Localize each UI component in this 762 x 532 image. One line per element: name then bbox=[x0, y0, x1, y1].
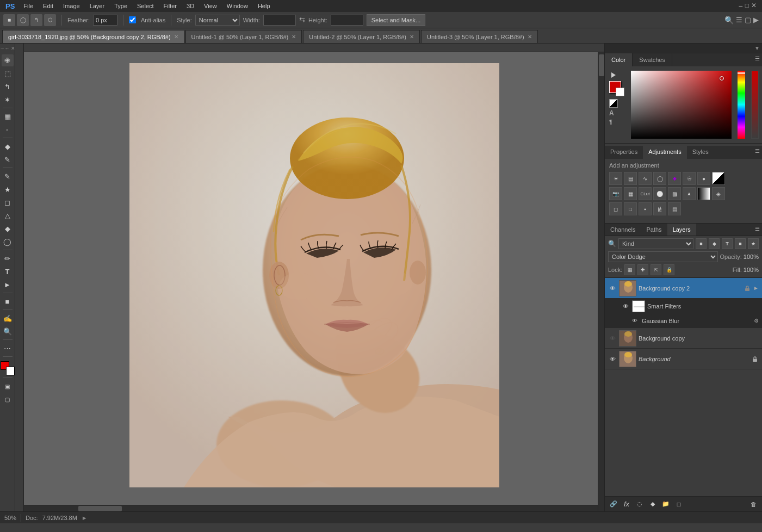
tab-untitled1[interactable]: Untitled-1 @ 50% (Layer 1, RGB/8#) ✕ bbox=[185, 30, 302, 43]
type-filter-icon[interactable]: T bbox=[722, 238, 733, 249]
marquee-tool[interactable]: ⬚ bbox=[2, 67, 14, 79]
crop-tool[interactable]: ▦ bbox=[2, 110, 14, 122]
menu-filter[interactable]: Filter bbox=[159, 2, 181, 10]
dodge-tool[interactable]: ◯ bbox=[2, 236, 14, 248]
color-play-icon[interactable] bbox=[609, 71, 618, 79]
tab-properties[interactable]: Properties bbox=[605, 146, 643, 159]
bg-swatch[interactable] bbox=[616, 88, 624, 96]
canvas-image[interactable] bbox=[129, 63, 499, 487]
status-arrow[interactable]: ► bbox=[82, 515, 88, 521]
panel-options-icon[interactable]: ▼ bbox=[754, 45, 760, 51]
adjustment-filter-icon[interactable]: ◆ bbox=[709, 238, 720, 249]
expand-icon[interactable]: ▶ bbox=[753, 16, 759, 24]
adj-posterize-icon[interactable]: ▩ bbox=[668, 187, 681, 200]
swap-wh-icon[interactable]: ⇆ bbox=[299, 16, 305, 24]
eraser-tool[interactable]: ◻ bbox=[2, 196, 14, 208]
tab-layers[interactable]: Layers bbox=[667, 224, 696, 236]
tab-untitled2-close[interactable]: ✕ bbox=[410, 34, 414, 40]
brush-tool[interactable]: ✎ bbox=[2, 170, 14, 182]
tab-swatches[interactable]: Swatches bbox=[633, 53, 672, 66]
color-gradient-dot[interactable] bbox=[720, 76, 724, 81]
gaussian-blur-settings-icon[interactable]: ⚙ bbox=[754, 318, 759, 324]
adj-colorlookup-icon[interactable]: CLut bbox=[639, 187, 652, 200]
slice-tool[interactable]: ◦ bbox=[2, 123, 14, 135]
pen-tool[interactable]: ✏ bbox=[2, 252, 14, 264]
rect-shape-tool[interactable]: ■ bbox=[2, 295, 14, 307]
hand-tool[interactable]: ✍ bbox=[2, 312, 14, 324]
tab-main-close[interactable]: ✕ bbox=[174, 34, 178, 40]
gradient-tool[interactable]: △ bbox=[2, 209, 14, 221]
search-icon[interactable]: 🔍 bbox=[724, 16, 734, 24]
lock-transform-icon[interactable]: ⇱ bbox=[651, 264, 661, 275]
vertical-scrollbar[interactable] bbox=[598, 52, 604, 511]
adj-vibrance-icon[interactable]: ◆ bbox=[668, 172, 681, 185]
adj-photofilter-icon[interactable]: 📷 bbox=[609, 187, 622, 200]
mask-icon[interactable] bbox=[609, 99, 624, 108]
adj-panel-menu[interactable]: ☰ bbox=[753, 146, 762, 159]
adj-extra2-icon[interactable]: □ bbox=[624, 202, 637, 215]
arrange-icon[interactable]: ▢ bbox=[745, 16, 751, 24]
rect-select-tool-opt[interactable]: ■ bbox=[3, 14, 15, 26]
adj-brightness-icon[interactable]: ☀ bbox=[609, 172, 622, 185]
lock-position-icon[interactable]: ✚ bbox=[637, 264, 648, 275]
magic-wand-tool[interactable]: ✶ bbox=[2, 94, 14, 106]
alpha-bar[interactable] bbox=[751, 71, 759, 139]
more-tools[interactable]: ⋯ bbox=[2, 342, 14, 354]
height-input[interactable] bbox=[331, 15, 363, 26]
lasso-select-tool-opt[interactable]: ↰ bbox=[30, 14, 42, 26]
tab-untitled1-close[interactable]: ✕ bbox=[292, 34, 296, 40]
layer-eye-bg-copy[interactable]: 👁 bbox=[608, 334, 617, 343]
layer-adjustment-icon[interactable]: ◆ bbox=[647, 499, 658, 510]
adj-hsl-icon[interactable]: ♾ bbox=[683, 172, 696, 185]
adj-extra3-icon[interactable]: ▪ bbox=[639, 202, 652, 215]
adj-invert-icon[interactable]: ⚪ bbox=[653, 187, 666, 200]
layer-eye-background[interactable]: 👁 bbox=[608, 355, 617, 363]
quick-mask-tool[interactable]: ▣ bbox=[2, 380, 14, 392]
layer-eye-gaussian[interactable]: 👁 bbox=[632, 318, 637, 324]
text-color-icon[interactable]: A bbox=[609, 109, 624, 117]
background-color[interactable] bbox=[6, 367, 15, 375]
path-select-tool[interactable]: ► bbox=[2, 279, 14, 290]
screen-mode-tool[interactable]: ▢ bbox=[2, 393, 14, 405]
tab-color[interactable]: Color bbox=[605, 53, 633, 66]
layer-fx-icon[interactable]: fx bbox=[621, 499, 632, 510]
adj-extra5-icon[interactable]: ▤ bbox=[668, 202, 681, 215]
lock-all-icon[interactable]: 🔒 bbox=[664, 264, 674, 275]
adj-threshold-icon[interactable]: ▲ bbox=[683, 187, 696, 200]
adj-extra1-icon[interactable]: ◻ bbox=[609, 202, 622, 215]
tab-untitled3-close[interactable]: ✕ bbox=[528, 34, 532, 40]
adj-colorbalance-icon[interactable]: ● bbox=[697, 172, 710, 185]
lock-pixels-icon[interactable]: ▦ bbox=[624, 264, 635, 275]
stamp-tool[interactable]: ★ bbox=[2, 183, 14, 195]
smart-filter-icon[interactable]: ★ bbox=[748, 238, 759, 249]
color-gradient-picker[interactable] bbox=[631, 71, 732, 139]
shape-filter-icon[interactable]: ■ bbox=[735, 238, 746, 249]
tab-untitled3[interactable]: Untitled-3 @ 50% (Layer 1, RGB/8#) ✕ bbox=[421, 30, 538, 43]
style-dropdown[interactable]: Normal Fixed Ratio Fixed Size bbox=[195, 15, 240, 26]
minimize-btn[interactable]: − bbox=[739, 2, 743, 10]
tab-paths[interactable]: Paths bbox=[641, 224, 667, 236]
select-mask-button[interactable]: Select and Mask... bbox=[367, 14, 426, 26]
adj-curves-icon[interactable]: ∿ bbox=[639, 172, 652, 185]
layer-delete-icon[interactable]: 🗑 bbox=[748, 499, 759, 510]
adj-exposure-icon[interactable]: ◯ bbox=[653, 172, 666, 185]
layers-panel-menu[interactable]: ☰ bbox=[753, 224, 762, 236]
search-layer-icon[interactable]: 🔍 bbox=[608, 240, 616, 248]
layer-smart-filters[interactable]: 👁 Smart Filters bbox=[605, 299, 762, 314]
blend-mode-dropdown[interactable]: Color Dodge Normal Multiply Screen Overl… bbox=[608, 251, 718, 262]
layer-eye-smart-filters[interactable]: 👁 bbox=[621, 302, 630, 311]
menu-type[interactable]: Type bbox=[110, 2, 132, 10]
blur-tool[interactable]: ◆ bbox=[2, 222, 14, 234]
menu-window[interactable]: Window bbox=[222, 2, 252, 10]
close-btn[interactable]: ✕ bbox=[751, 2, 757, 10]
menu-help[interactable]: Help bbox=[253, 2, 275, 10]
hue-bar[interactable] bbox=[738, 71, 745, 139]
adj-gradient-icon[interactable]: ​ bbox=[697, 187, 710, 200]
canvas-area[interactable] bbox=[15, 44, 604, 511]
text-tool[interactable]: T bbox=[2, 265, 14, 277]
toolbar-close-icon[interactable]: ✕ bbox=[11, 46, 15, 51]
menu-layer[interactable]: Layer bbox=[85, 2, 109, 10]
tab-adjustments[interactable]: Adjustments bbox=[643, 146, 687, 159]
poly-select-tool-opt[interactable]: ⬡ bbox=[44, 14, 56, 26]
menu-select[interactable]: Select bbox=[133, 2, 158, 10]
